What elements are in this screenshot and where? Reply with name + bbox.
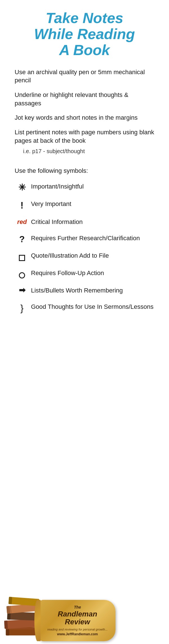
header: Take Notes While Reading A Book [0, 0, 169, 65]
list-item: Jot key words and short notes in the mar… [15, 114, 154, 122]
asterisk-icon: ✳ [15, 183, 29, 192]
main-content: Use an archival quality pen or 5mm mecha… [0, 65, 169, 326]
brand-name: Randleman [47, 610, 108, 618]
question-icon: ? [15, 235, 29, 244]
symbol-label: Lists/Bullets Worth Remembering [31, 286, 123, 295]
symbol-label: Quote/Illustration Add to File [31, 251, 109, 260]
brand-scroll: The Randleman Review reading and reviewi… [39, 600, 115, 641]
symbol-label: Critical Information [31, 218, 83, 226]
list-item: ! Very Important [15, 200, 154, 210]
list-item: ? Requires Further Research/Clarificatio… [15, 234, 154, 244]
svg-rect-4 [4, 621, 8, 629]
brand-review: Review [47, 618, 108, 626]
list-item: ✳ Important/Insightful [15, 182, 154, 192]
tip-example: i.e. p17 - subject/thought [23, 148, 154, 155]
divider [15, 161, 154, 161]
page-title: Take Notes While Reading A Book [11, 10, 158, 58]
symbol-label: Very Important [31, 200, 71, 208]
exclamation-icon: ! [15, 200, 29, 210]
square-icon [15, 252, 29, 261]
brand-url: www.JeffRandleman.com [47, 632, 108, 636]
brand-the: The [47, 605, 108, 609]
arrow-icon: ➡ [15, 286, 29, 294]
symbol-label: Requires Follow-Up Action [31, 269, 104, 277]
list-item: } Good Thoughts for Use In Sermons/Lesso… [15, 303, 154, 313]
footer: The Randleman Review reading and reviewi… [0, 582, 169, 644]
svg-rect-8 [6, 606, 10, 614]
list-item: red Critical Information [15, 218, 154, 226]
brand-tagline: reading and reviewing for personal growt… [47, 628, 108, 631]
brand-content: The Randleman Review reading and reviewi… [47, 605, 108, 636]
page: Take Notes While Reading A Book Use an a… [0, 0, 169, 644]
brace-icon: } [15, 303, 29, 313]
symbol-label: Requires Further Research/Clarification [31, 234, 140, 242]
tips-list: Use an archival quality pen or 5mm mecha… [15, 68, 154, 145]
symbol-label: Important/Insightful [31, 182, 84, 191]
symbol-label: Good Thoughts for Use In Sermons/Lessons [31, 303, 154, 311]
list-item: Use an archival quality pen or 5mm mecha… [15, 68, 154, 85]
scroll-box: The Randleman Review reading and reviewi… [39, 600, 115, 641]
list-item: Underline or highlight relevant thoughts… [15, 91, 154, 107]
svg-rect-11 [8, 597, 12, 604]
red-icon: red [15, 219, 29, 225]
list-item: Quote/Illustration Add to File [15, 251, 154, 261]
footer-content: The Randleman Review reading and reviewi… [0, 588, 169, 644]
list-item: ➡ Lists/Bullets Worth Remembering [15, 286, 154, 295]
svg-rect-10 [8, 597, 39, 606]
symbols-intro: Use the following symbols: [15, 167, 154, 174]
list-item: List pertinent notes with page numbers u… [15, 128, 154, 145]
list-item: Requires Follow-Up Action [15, 269, 154, 278]
symbol-list: ✳ Important/Insightful ! Very Important … [15, 182, 154, 312]
circle-icon [15, 269, 29, 278]
